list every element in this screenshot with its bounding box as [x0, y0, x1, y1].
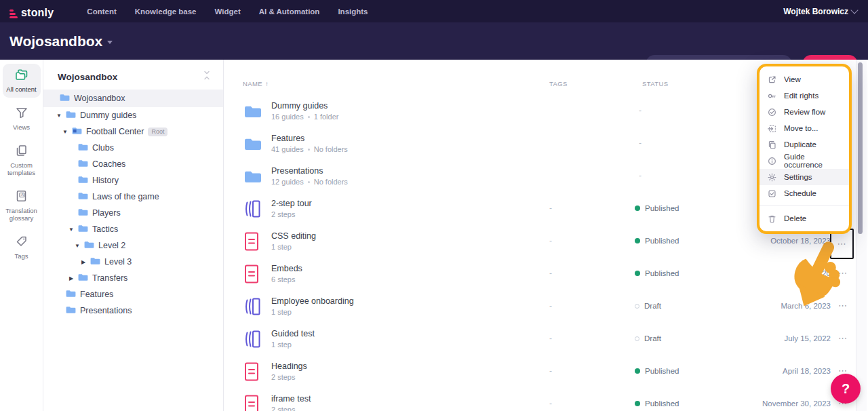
published-dot-icon [635, 401, 640, 406]
content-area: All content Views Custom templatesA Tran… [0, 60, 868, 411]
sidebar-item-views[interactable]: Views [3, 102, 41, 136]
row-date: July 15, 2022 [785, 334, 831, 342]
workspace-title-dropdown[interactable]: Wojosandbox [9, 33, 113, 50]
user-menu[interactable]: Wojtek Borowicz [783, 7, 857, 16]
table-row-iframe-test[interactable]: iframe test2 steps- PublishedNovember 30… [224, 388, 868, 411]
tree-expand-arrow-right-icon[interactable]: ▶ [80, 259, 87, 265]
sidebar-item-translation-glossary[interactable]: A Translation glossary [3, 185, 41, 227]
status-empty-dash: - [639, 138, 642, 148]
logo-text: stonly [21, 7, 54, 19]
row-context-menu: View Edit rights Review flow Move to... … [760, 66, 849, 231]
tree-item-tactics[interactable]: ▼Tactics [43, 221, 223, 237]
workspace-header: Wojosandbox Add new [0, 22, 868, 60]
tree-expand-arrow-right-icon[interactable]: ▶ [68, 275, 75, 281]
tree-item-players[interactable]: Players [43, 205, 223, 221]
collapse-panel-icon[interactable] [203, 71, 211, 83]
menu-item-duplicate[interactable]: Duplicate [760, 136, 849, 153]
tree-item-label: Level 2 [98, 241, 125, 250]
page-title: Wojosandbox [9, 33, 102, 50]
help-button[interactable]: ? [831, 374, 861, 404]
menu-item-label: Schedule [784, 189, 816, 197]
move-to-icon [768, 124, 776, 133]
row-date: November 30, 2023 [762, 399, 831, 408]
table-row-headings[interactable]: Headings2 steps- PublishedApril 18, 2023… [224, 355, 868, 388]
menu-item-review-flow[interactable]: Review flow [760, 104, 849, 120]
tree-expand-arrow-down-icon[interactable]: ▼ [62, 129, 68, 135]
row-menu-trigger[interactable]: ⋯ [835, 298, 851, 314]
key-icon [768, 92, 776, 100]
tree-item-transfers[interactable]: ▶Transfers [43, 270, 223, 286]
column-header-name[interactable]: NAME↑ [243, 80, 269, 87]
guide-icon [244, 404, 259, 411]
gear-icon [768, 173, 776, 182]
sidebar-item-label: All content [4, 86, 39, 94]
sidebar-item-custom-templates[interactable]: Custom templates [3, 140, 41, 181]
row-title: iframe test [271, 394, 311, 404]
tree-item-presentations[interactable]: Presentations [43, 302, 223, 319]
tree-item-history[interactable]: History [43, 172, 223, 189]
tree-expand-arrow-down-icon[interactable]: ▼ [74, 243, 81, 249]
tags-empty-dash: - [549, 203, 552, 213]
sidebar-item-all-content[interactable]: All content [3, 64, 41, 98]
row-meta: 2 steps [271, 406, 295, 411]
tree-item-wojosandbox[interactable]: Wojosandbox [43, 90, 223, 107]
tree-item-features[interactable]: Features [43, 286, 223, 302]
menu-item-move-to-[interactable]: Move to... [760, 120, 849, 136]
folder-icon [66, 289, 76, 300]
tree-item-level-3[interactable]: ▶Level 3 [43, 254, 223, 270]
row-menu-trigger[interactable]: ⋯ [835, 330, 851, 347]
schedule-icon [768, 189, 776, 198]
tree-item-label: Tactics [92, 224, 118, 234]
menu-item-delete[interactable]: Delete [760, 210, 849, 227]
menu-item-edit-rights[interactable]: Edit rights [760, 87, 849, 104]
row-date: April 18, 2023 [783, 367, 831, 375]
folder-icon [244, 174, 262, 186]
row-menu-trigger[interactable]: ⋯ [837, 239, 847, 249]
menu-separator [760, 206, 849, 206]
tree-title: Wojosandbox [58, 72, 117, 82]
nav-item-insights[interactable]: Insights [338, 7, 368, 16]
menu-item-settings[interactable]: Settings [760, 169, 849, 185]
table-row-guided-test[interactable]: Guided test1 step- DraftJuly 15, 2022⋯ [224, 323, 868, 355]
sidebar-item-tags[interactable]: Tags [3, 231, 41, 265]
tree-expand-arrow-down-icon[interactable]: ▼ [56, 113, 62, 119]
menu-item-label: Edit rights [784, 92, 818, 100]
tree-item-level-2[interactable]: ▼Level 2 [43, 237, 223, 254]
tree-item-clubs[interactable]: Clubs [43, 140, 223, 156]
tour-guide-icon [244, 339, 261, 351]
menu-item-schedule[interactable]: Schedule [760, 185, 849, 201]
table-row-embeds[interactable]: Embeds6 steps- PublishedMay 2, 20⋯ [224, 258, 868, 290]
row-meta: 1 step [271, 308, 292, 316]
menu-item-label: Delete [784, 214, 806, 222]
funnel-icon [16, 109, 28, 121]
menu-item-guide-occurrence[interactable]: Guide occurrence [760, 153, 849, 169]
stonly-logo[interactable]: stonly [9, 4, 64, 19]
tree-item-laws-of-the-game[interactable]: Laws of the game [43, 189, 223, 205]
tree-item-label: Laws of the game [92, 192, 159, 201]
external-link-icon [768, 75, 776, 84]
row-menu-trigger[interactable]: ⋯ [835, 265, 851, 281]
caret-down-icon [107, 41, 113, 44]
tree-expand-arrow-down-icon[interactable]: ▼ [68, 227, 75, 233]
tree-item-coaches[interactable]: Coaches [43, 156, 223, 172]
scrollbar-thumb[interactable] [858, 62, 863, 234]
tree-item-football-center[interactable]: ▼Football CenterRoot [43, 123, 223, 140]
tags-empty-dash: - [549, 269, 552, 278]
user-name: Wojtek Borowicz [783, 7, 848, 16]
sidebar-item-label: Custom templates [4, 162, 39, 177]
table-row-employee-onboarding[interactable]: Employee onboarding1 step- DraftMarch 6,… [224, 290, 868, 323]
nav-item-knowledge-base[interactable]: Knowledge base [135, 7, 197, 16]
tags-empty-dash: - [549, 236, 552, 246]
published-dot-icon [635, 271, 640, 276]
folder-tree-panel: Wojosandbox Wojosandbox▼Dummy guides▼Foo… [43, 60, 224, 411]
tree-item-label: Dummy guides [80, 111, 136, 120]
status-badge: Draft [635, 334, 661, 342]
nav-item-content[interactable]: Content [87, 7, 116, 16]
menu-item-view[interactable]: View [760, 71, 849, 87]
tree-item-dummy-guides[interactable]: ▼Dummy guides [43, 107, 223, 123]
tree-item-label: Wojosandbox [74, 94, 125, 103]
stonly-app: stonly ContentKnowledge baseWidgetAI & A… [0, 0, 868, 411]
nav-item-ai-automation[interactable]: AI & Automation [259, 7, 320, 16]
nav-item-widget[interactable]: Widget [215, 7, 241, 16]
folder-icon [84, 240, 94, 251]
